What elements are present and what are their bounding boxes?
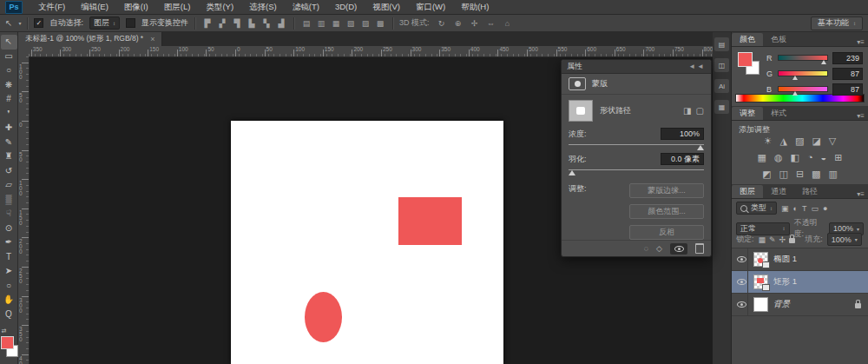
eraser-tool[interactable]: ▱ — [1, 178, 17, 193]
adjustment-photo-filter-icon[interactable]: ◔ — [807, 152, 813, 163]
adjustment-gradient-map-icon[interactable]: ▥ — [829, 169, 838, 180]
channel-slider-thumb[interactable] — [792, 91, 798, 96]
panel-menu-icon[interactable]: ▾≡ — [857, 190, 868, 198]
adjustment-color-lookup-icon[interactable]: ⊞ — [834, 152, 842, 163]
fill-dropdown[interactable]: 100% ▾ — [827, 233, 862, 246]
tab-adjustments[interactable]: 调整 — [732, 107, 763, 120]
dodge-tool[interactable]: ⊙ — [1, 222, 17, 236]
feather-slider[interactable] — [569, 168, 704, 176]
filter-pixel-layers-icon[interactable]: ▣ — [781, 204, 789, 213]
add-vector-mask-icon[interactable]: ▢ — [696, 106, 704, 116]
add-pixel-mask-icon[interactable]: ◨ — [683, 106, 691, 116]
horizontal-ruler[interactable]: 3503002502001501005005010015020025030035… — [29, 46, 713, 57]
close-tab-button[interactable]: × — [150, 35, 155, 43]
ellipse-tool[interactable]: ○ — [1, 279, 17, 294]
lock-position-icon[interactable]: ✢ — [779, 235, 786, 244]
lock-all-icon[interactable] — [789, 238, 795, 243]
tab-channels[interactable]: 通道 — [763, 185, 794, 198]
collapsed-panel-history-icon[interactable]: ▤ — [714, 37, 729, 51]
menu-item-文件F[interactable]: 文件(F) — [38, 2, 65, 13]
default-swap-colors-icon[interactable]: ⇄ — [2, 328, 7, 334]
adjustment-brightness-contrast-icon[interactable]: ☀ — [764, 136, 773, 147]
color-range-button[interactable]: 颜色范围... — [629, 204, 704, 219]
align-vertical-centers-icon[interactable]: ▚ — [260, 19, 273, 28]
filter-type-layers-icon[interactable]: T — [802, 204, 807, 213]
3d-slide-icon[interactable]: ⇔ — [484, 19, 496, 28]
tab-swatches[interactable]: 色板 — [763, 33, 794, 46]
lock-image-pixels-icon[interactable]: ✎ — [769, 235, 776, 244]
layer-thumbnail[interactable] — [753, 297, 768, 312]
adjustment-curves-icon[interactable]: ▨ — [795, 136, 804, 147]
tab-styles[interactable]: 样式 — [763, 107, 794, 120]
channel-value[interactable]: 239 — [832, 52, 863, 64]
layer-visibility-toggle[interactable] — [735, 271, 748, 293]
history-brush-tool[interactable]: ↺ — [1, 164, 17, 179]
lasso-tool[interactable]: ○ — [1, 63, 17, 78]
move-tool[interactable]: ↖ — [1, 35, 17, 50]
adjustment-posterize-icon[interactable]: ◫ — [779, 169, 787, 180]
lock-transparent-pixels-icon[interactable]: ▦ — [759, 235, 766, 244]
channel-value[interactable]: 87 — [832, 68, 863, 80]
canvas-rectangle-shape[interactable] — [398, 197, 462, 245]
vertical-ruler[interactable]: 10050050100150200250300350400 — [18, 56, 30, 364]
menu-item-滤镜T[interactable]: 滤镜(T) — [293, 2, 319, 13]
layer-row[interactable]: 矩形 1 — [732, 271, 868, 294]
3d-scale-icon[interactable]: ⌂ — [501, 19, 513, 28]
tab-paths[interactable]: 路径 — [794, 185, 825, 198]
layer-row[interactable]: 背景 — [732, 294, 868, 316]
adjustment-hue-saturation-icon[interactable]: ▦ — [758, 152, 766, 163]
foreground-color-swatch[interactable] — [738, 52, 753, 67]
color-spectrum-ramp[interactable] — [735, 94, 865, 103]
quick-selection-tool[interactable]: ❋ — [1, 78, 17, 93]
mask-edge-button[interactable]: 蒙版边缘... — [629, 183, 704, 198]
density-slider[interactable] — [569, 142, 704, 151]
adjustment-black-white-icon[interactable]: ◧ — [791, 152, 799, 163]
gradient-tool[interactable]: ▒ — [1, 193, 17, 208]
adjustment-threshold-icon[interactable]: ⊟ — [796, 169, 804, 180]
delete-mask-icon[interactable] — [695, 243, 704, 254]
clone-stamp-tool[interactable]: ♜ — [1, 149, 17, 164]
collapsed-panel-info-icon[interactable]: ◫ — [714, 58, 729, 72]
menu-item-编辑E[interactable]: 编辑(E) — [81, 2, 108, 13]
smudge-tool[interactable]: ☟ — [1, 207, 17, 222]
3d-roll-icon[interactable]: ⊕ — [451, 19, 464, 28]
menu-item-3DD[interactable]: 3D(D) — [335, 2, 357, 13]
density-slider-thumb[interactable] — [697, 145, 704, 150]
distribute-horizontal-centers-icon[interactable]: ▨ — [359, 19, 372, 28]
align-left-edges-icon[interactable]: ▛ — [201, 19, 214, 28]
document-tab[interactable]: 未标题-1 @ 100% (矩形 1, RGB/8) * × — [18, 32, 162, 46]
adjustment-levels-icon[interactable]: ◮ — [780, 136, 787, 147]
auto-select-checkbox[interactable]: ✓ — [34, 18, 43, 28]
pen-tool[interactable]: ✒ — [1, 235, 17, 250]
canvas[interactable] — [231, 121, 503, 364]
type-tool[interactable]: T — [1, 250, 17, 265]
collapsed-panel-actions-icon[interactable]: ▦ — [714, 100, 729, 114]
channel-slider-thumb[interactable] — [821, 60, 826, 64]
shape-path-thumbnail[interactable] — [569, 100, 593, 122]
align-right-edges-icon[interactable]: ▜ — [231, 19, 243, 28]
layer-row[interactable]: 椭圆 1 — [732, 248, 868, 271]
menu-item-帮助H[interactable]: 帮助(H) — [461, 2, 489, 13]
layer-visibility-toggle[interactable] — [735, 248, 748, 270]
layer-visibility-toggle[interactable] — [735, 294, 748, 315]
channel-slider[interactable] — [778, 55, 828, 61]
collapsed-panel-ai-icon[interactable]: Ai — [714, 79, 729, 93]
align-top-edges-icon[interactable]: ▙ — [246, 19, 258, 28]
properties-panel-header[interactable]: 属性 ◄◄ — [562, 60, 711, 74]
channel-slider[interactable] — [778, 86, 828, 92]
spot-healing-brush-tool[interactable]: ✚ — [1, 121, 17, 136]
adjustment-color-balance-icon[interactable]: ◍ — [774, 152, 783, 163]
rectangular-marquee-tool[interactable]: ▭ — [1, 50, 17, 64]
channel-slider[interactable] — [778, 70, 828, 76]
align-bottom-edges-icon[interactable]: ▟ — [275, 19, 287, 28]
canvas-ellipse-shape[interactable] — [305, 292, 342, 342]
mask-visibility-toggle[interactable] — [670, 243, 687, 255]
menu-item-图像I[interactable]: 图像(I) — [124, 2, 148, 13]
panel-collapse-icon[interactable]: ◄◄ — [688, 63, 706, 70]
adjustment-invert-icon[interactable]: ◩ — [762, 169, 771, 180]
3d-drag-icon[interactable]: ✢ — [468, 19, 480, 28]
menu-item-选择S[interactable]: 选择(S) — [249, 2, 277, 13]
hand-tool[interactable]: ✋ — [1, 293, 17, 308]
menu-item-图层L[interactable]: 图层(L) — [164, 2, 191, 13]
tab-layers[interactable]: 图层 — [732, 185, 763, 198]
